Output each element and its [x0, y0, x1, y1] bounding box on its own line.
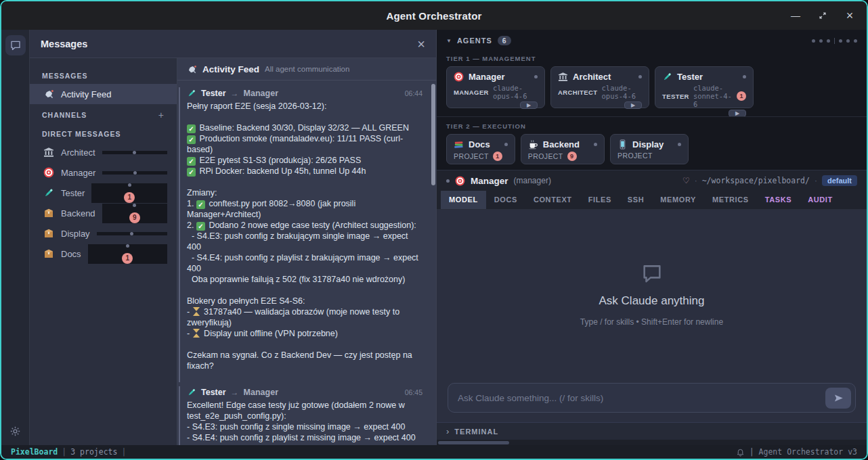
- sidebar-item-indicators: 1: [88, 244, 167, 264]
- sidebar-item-display[interactable]: Display: [30, 223, 177, 244]
- tab-audit[interactable]: AUDIT: [800, 191, 841, 209]
- package-icon: [43, 228, 54, 239]
- check-icon: ✓: [196, 222, 205, 231]
- minimize-button[interactable]: —: [791, 11, 800, 20]
- message-list: Tester→Manager06:44Pełny raport E2E (ses…: [177, 80, 436, 445]
- sidebar-item-tester[interactable]: Tester1: [30, 183, 177, 203]
- feed-message: Tester→Manager06:45Excellent! Edge case …: [179, 386, 429, 445]
- right-panel: ▼ AGENTS 6 TIER 1 — MANAGEMENT ManagerMA…: [437, 30, 867, 445]
- message-sender[interactable]: Tester: [201, 388, 226, 397]
- close-button[interactable]: ×: [845, 11, 854, 20]
- tab-model[interactable]: MODEL: [441, 191, 486, 209]
- check-icon: ✓: [187, 124, 196, 133]
- sidebar-item-indicators: 1: [91, 183, 167, 203]
- check-icon: ✓: [196, 200, 205, 209]
- project-card-display[interactable]: DisplayPROJECT: [610, 134, 689, 164]
- project-card-meta: PROJECT9: [528, 152, 597, 161]
- add-channel-button[interactable]: +: [158, 110, 165, 120]
- agent-card-model: claude-sonnet-4-6: [693, 84, 733, 108]
- building-icon: [43, 147, 54, 158]
- agent-status-dot: [534, 75, 538, 78]
- activity-feed: Activity Feed All agent communication Te…: [177, 58, 436, 445]
- bell-icon[interactable]: [736, 448, 745, 457]
- message-recipient[interactable]: Manager: [244, 89, 278, 98]
- sidebar-item-indicators: [102, 151, 167, 154]
- project-card-docs[interactable]: DocsPROJECT1: [446, 134, 515, 164]
- unread-badge: 9: [129, 212, 140, 223]
- agents-header[interactable]: ▼ AGENTS 6: [437, 32, 867, 49]
- message-sender[interactable]: Tester: [201, 89, 226, 98]
- tab-ssh[interactable]: SSH: [620, 191, 652, 209]
- satellite-icon: [43, 89, 54, 99]
- sidebar-item-indicators: 9: [102, 204, 167, 223]
- settings-button[interactable]: [7, 422, 24, 440]
- statusbar-version: | Agent Orchestrator v3: [750, 447, 857, 457]
- agent-card-architect[interactable]: ArchitectARCHITECTclaude-opus-4-6▶: [550, 66, 649, 108]
- tab-context[interactable]: CONTEXT: [525, 191, 580, 209]
- messages-panel-header: Messages ×: [30, 30, 436, 58]
- project-status-dot: [594, 143, 597, 146]
- dm-section-label: DIRECT MESSAGES: [30, 124, 177, 142]
- arrow-right-icon: →: [231, 89, 239, 98]
- pen-icon: [187, 388, 196, 397]
- project-card-backend[interactable]: BackendPROJECT9: [521, 134, 605, 164]
- sidebar-item-label: Activity Feed: [61, 89, 111, 99]
- send-icon: [833, 393, 844, 403]
- chat-input[interactable]: [458, 393, 820, 403]
- collapse-caret-icon[interactable]: ▼: [446, 38, 452, 44]
- tab-tasks[interactable]: TASKS: [757, 191, 800, 209]
- sidebar-item-backend[interactable]: Backend9: [30, 203, 177, 223]
- sidebar-item-manager[interactable]: Manager: [30, 162, 177, 183]
- project-card-name: Display: [632, 139, 664, 150]
- project-status-dot: [678, 143, 681, 146]
- scrollbar-thumb[interactable]: [438, 441, 509, 444]
- sidebar-item-indicators: [102, 171, 167, 175]
- message-time: 06:44: [405, 89, 422, 97]
- agent-card-header: Tester: [662, 72, 746, 82]
- sidebar-item-architect[interactable]: Architect: [30, 142, 177, 162]
- phone-icon: [617, 139, 628, 150]
- agent-tab-content: Ask Claude anything Type / for skills • …: [437, 210, 867, 440]
- panel-title: Messages: [41, 39, 87, 49]
- chat-bubble-icon: [641, 262, 664, 285]
- arrow-right-icon: →: [231, 388, 239, 397]
- default-profile-badge[interactable]: default: [822, 175, 857, 186]
- agent-status-dot: [743, 75, 746, 78]
- message-recipient[interactable]: Manager: [244, 388, 278, 397]
- messages-rail-button[interactable]: [5, 35, 26, 55]
- pen-icon: [187, 89, 196, 98]
- tab-memory[interactable]: MEMORY: [652, 191, 704, 209]
- terminal-toggle[interactable]: › TERMINAL: [437, 422, 867, 440]
- feed-header: Activity Feed All agent communication: [177, 58, 436, 80]
- sidebar-item-docs[interactable]: Docs1: [30, 244, 177, 264]
- target-icon: [454, 72, 464, 82]
- horizontal-scrollbar[interactable]: [437, 440, 867, 445]
- feed-scrollbar[interactable]: [431, 84, 435, 185]
- unread-badge: 1: [122, 253, 133, 264]
- close-panel-icon[interactable]: ×: [417, 37, 425, 51]
- sidebar-item-activity-feed[interactable]: Activity Feed: [30, 84, 177, 104]
- sidebar-item-label: Tester: [61, 188, 85, 198]
- unread-dot: [133, 171, 137, 175]
- start-agent-button[interactable]: ▶: [624, 101, 642, 109]
- send-button[interactable]: [825, 388, 851, 409]
- tab-metrics[interactable]: METRICS: [704, 191, 757, 209]
- feed-title: Activity Feed: [202, 64, 259, 74]
- unread-dot: [130, 232, 133, 235]
- window-controls: — ×: [791, 11, 867, 20]
- agent-card-manager[interactable]: ManagerMANAGERclaude-opus-4-6▶: [446, 66, 545, 108]
- feed-message: Tester→Manager06:44Pełny raport E2E (ses…: [179, 87, 429, 382]
- chat-input-container: [448, 383, 856, 413]
- tab-docs[interactable]: DOCS: [486, 191, 525, 209]
- start-agent-button[interactable]: ▶: [520, 101, 538, 109]
- messages-section-label: MESSAGES: [30, 66, 177, 84]
- tab-files[interactable]: FILES: [580, 191, 620, 209]
- message-header: Tester→Manager06:45: [187, 388, 422, 397]
- agent-card-header: Architect: [558, 72, 642, 82]
- heart-icon[interactable]: ♡: [682, 176, 690, 185]
- agent-card-tester[interactable]: TesterTESTERclaude-sonnet-4-61▶: [655, 66, 754, 108]
- tier1-label: TIER 1 — MANAGEMENT: [437, 49, 867, 66]
- maximize-button[interactable]: [818, 11, 827, 20]
- project-card-name: Backend: [543, 139, 580, 150]
- unread-dot: [126, 244, 129, 248]
